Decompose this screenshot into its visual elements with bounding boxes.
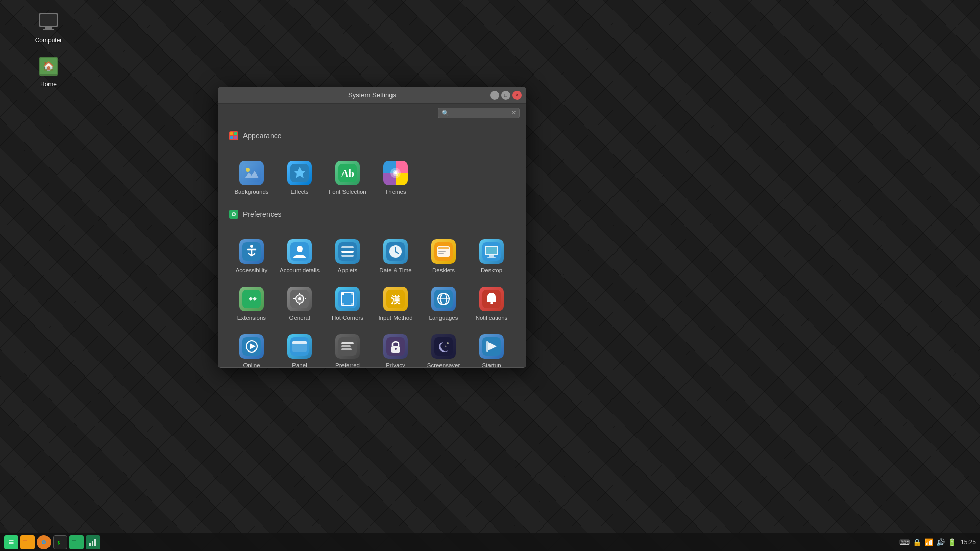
appearance-section-header: Appearance — [229, 131, 516, 141]
extensions-label: Extensions — [237, 314, 266, 322]
settings-item-startup-applications[interactable]: Startup Applications — [469, 329, 514, 367]
effects-icon — [287, 161, 312, 185]
taskbar-menu-button[interactable] — [4, 535, 18, 549]
taskbar-app5-button[interactable] — [86, 535, 100, 549]
settings-item-online-accounts[interactable]: Online Accounts — [229, 329, 275, 367]
panel-icon — [287, 334, 312, 359]
settings-item-themes[interactable]: Themes — [373, 156, 419, 201]
svg-rect-73 — [292, 341, 307, 344]
privacy-icon — [383, 334, 408, 359]
svg-point-82 — [447, 342, 449, 344]
accessibility-label: Accessibility — [236, 267, 268, 274]
preferences-section-icon — [229, 209, 239, 219]
wifi-icon: 📶 — [924, 538, 933, 546]
backgrounds-icon — [239, 161, 264, 185]
svg-rect-114 — [92, 541, 93, 546]
taskbar-files2-button[interactable] — [69, 535, 84, 549]
extensions-icon — [239, 287, 264, 311]
settings-item-accessibility[interactable]: Accessibility — [229, 234, 275, 280]
settings-item-input-method[interactable]: 漢 Input Method — [373, 282, 419, 327]
svg-rect-113 — [89, 543, 91, 546]
svg-text:漢: 漢 — [391, 295, 401, 305]
settings-item-privacy[interactable]: Privacy — [373, 329, 419, 367]
volume-icon: 🔊 — [936, 538, 945, 546]
svg-rect-86 — [486, 341, 488, 352]
svg-rect-44 — [486, 247, 497, 254]
computer-label: Computer — [35, 37, 62, 44]
settings-item-languages[interactable]: Languages — [421, 282, 467, 327]
svg-text:$_: $_ — [57, 540, 63, 545]
desktop-icon-home[interactable]: 🏠 Home — [28, 54, 69, 88]
themes-icon — [383, 161, 408, 185]
appearance-icons-grid: Backgrounds Effects — [229, 156, 516, 201]
settings-item-notifications[interactable]: Notifications — [469, 282, 514, 327]
privacy-label: Privacy — [386, 362, 405, 367]
settings-item-screensaver[interactable]: Screensaver — [421, 329, 467, 367]
svg-rect-40 — [438, 251, 446, 252]
general-icon — [287, 287, 312, 311]
desktop: Computer 🏠 Home System Settings − □ × — [0, 0, 980, 551]
settings-item-applets[interactable]: Applets — [325, 234, 371, 280]
appearance-section-icon — [229, 131, 239, 141]
panel-label: Panel — [292, 362, 307, 367]
keyboard-icon: ⌨ — [899, 538, 910, 546]
taskbar-files-button[interactable] — [20, 535, 35, 549]
settings-item-account-details[interactable]: Account details — [277, 234, 323, 280]
svg-point-23 — [233, 213, 235, 215]
svg-rect-30 — [341, 246, 354, 248]
svg-point-107 — [43, 541, 45, 543]
settings-item-extensions[interactable]: Extensions — [229, 282, 275, 327]
svg-rect-8 — [230, 132, 233, 135]
startup-applications-icon — [479, 334, 504, 359]
settings-item-hot-corners[interactable]: Hot Corners — [325, 282, 371, 327]
svg-point-58 — [351, 292, 354, 295]
settings-item-desktop[interactable]: Desktop — [469, 234, 514, 280]
window-titlebar: System Settings − □ × — [218, 87, 526, 104]
font-selection-icon: Ab C — [335, 161, 360, 185]
maximize-button[interactable]: □ — [501, 91, 510, 100]
svg-rect-12 — [242, 164, 261, 182]
applets-label: Applets — [338, 267, 357, 274]
taskbar: $_ ⌨ 🔒 📶 — [0, 533, 980, 551]
settings-item-panel[interactable]: Panel — [277, 329, 323, 367]
taskbar-left: $_ — [4, 535, 100, 549]
themes-label: Themes — [385, 188, 406, 196]
general-label: General — [289, 314, 310, 322]
minimize-button[interactable]: − — [490, 91, 499, 100]
svg-rect-2 — [45, 27, 52, 29]
svg-point-20 — [394, 171, 397, 174]
svg-rect-39 — [438, 247, 449, 249]
window-content: Appearance Backgrounds — [218, 122, 526, 367]
desktop-settings-label: Desktop — [481, 267, 502, 274]
svg-rect-9 — [234, 132, 237, 135]
search-box[interactable]: 🔍 ✕ — [438, 108, 520, 118]
close-button[interactable]: × — [512, 91, 522, 100]
desktop-icon-computer[interactable]: Computer — [28, 10, 69, 44]
search-clear-icon[interactable]: ✕ — [511, 110, 516, 116]
preferences-icons-grid: Accessibility Account details — [229, 234, 516, 367]
svg-rect-104 — [23, 540, 27, 541]
window-controls: − □ × — [490, 91, 522, 100]
settings-item-effects[interactable]: Effects — [277, 156, 323, 201]
languages-label: Languages — [429, 314, 458, 322]
settings-item-font-selection[interactable]: Ab C Font Selection — [325, 156, 371, 201]
svg-rect-3 — [43, 29, 54, 30]
taskbar-terminal-button[interactable]: $_ — [53, 535, 67, 549]
svg-rect-11 — [234, 136, 237, 139]
accessibility-icon — [239, 239, 264, 264]
settings-item-date-time[interactable]: Date & Time — [373, 234, 419, 280]
account-details-icon — [287, 239, 312, 264]
screensaver-icon — [431, 334, 456, 359]
computer-icon — [36, 10, 61, 35]
search-input[interactable] — [451, 109, 509, 117]
settings-item-desklets[interactable]: Desklets — [421, 234, 467, 280]
settings-item-backgrounds[interactable]: Backgrounds — [229, 156, 275, 201]
svg-point-13 — [246, 168, 250, 172]
settings-item-general[interactable]: General — [277, 282, 323, 327]
appearance-divider — [229, 148, 516, 148]
taskbar-firefox-button[interactable] — [37, 535, 51, 549]
font-selection-label: Font Selection — [329, 188, 366, 196]
settings-item-preferred-applications[interactable]: Preferred Applications — [325, 329, 371, 367]
svg-rect-1 — [40, 14, 57, 26]
date-time-label: Date & Time — [379, 267, 411, 274]
